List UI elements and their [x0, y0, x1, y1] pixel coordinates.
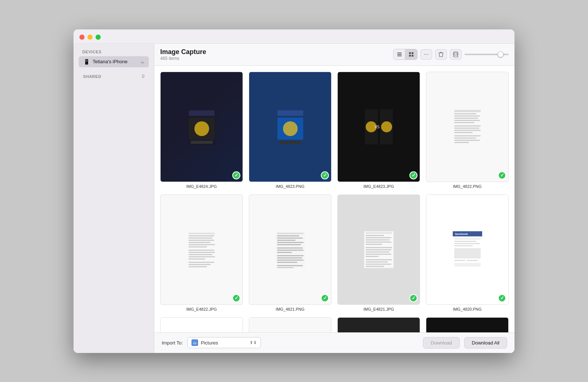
svg-rect-77	[366, 242, 391, 243]
svg-point-12	[194, 121, 209, 136]
svg-rect-42	[189, 235, 214, 236]
svg-rect-5	[409, 55, 411, 57]
image-filename: IMG_E4821.JPG	[363, 307, 394, 311]
sidebar-item-iphone[interactable]: 📱 Tetiana's iPhone ☁	[79, 56, 149, 67]
svg-rect-3	[409, 52, 411, 54]
toolbar-buttons: ···	[393, 49, 509, 60]
svg-rect-36	[454, 135, 481, 136]
image-filename: IMG_4820.PNG	[453, 307, 481, 311]
content-header: Image Capture 465 items	[154, 44, 514, 66]
view-toggle-group	[393, 49, 417, 60]
traffic-lights	[79, 35, 101, 40]
import-folder-select[interactable]: 🗂 Pictures ⬆⬇	[187, 337, 261, 348]
svg-rect-71	[277, 267, 294, 268]
svg-rect-6	[412, 55, 413, 57]
svg-rect-75	[366, 237, 391, 238]
cloud-icon: ☁	[140, 59, 144, 64]
svg-rect-74	[366, 235, 384, 236]
svg-text:VS: VS	[374, 125, 380, 129]
svg-rect-18	[279, 141, 301, 144]
list-item[interactable]: VS ✓ IMG_E4823.JPG	[337, 72, 420, 189]
svg-rect-32	[454, 125, 481, 126]
download-all-button[interactable]: Download All	[464, 337, 507, 349]
svg-rect-73	[366, 232, 392, 234]
main-layout: DEVICES 📱 Tetiana's iPhone ☁ SHARED 0 Im…	[74, 44, 514, 353]
image-thumbnail: facebook	[426, 194, 509, 305]
svg-rect-95	[454, 248, 481, 258]
svg-rect-49	[189, 252, 215, 253]
folder-icon: 🗂	[191, 339, 198, 346]
share-button[interactable]: ···	[420, 49, 432, 60]
zoom-slider[interactable]	[465, 54, 509, 55]
scan-button[interactable]	[450, 49, 462, 60]
svg-rect-35	[454, 132, 473, 133]
svg-rect-69	[277, 262, 297, 263]
list-item[interactable]: ✓ IMG_4823.PNG	[249, 72, 331, 189]
svg-rect-0	[397, 53, 402, 53]
svg-rect-85	[366, 261, 388, 263]
svg-rect-78	[366, 244, 382, 245]
delete-button[interactable]	[435, 49, 447, 60]
grid-view-button[interactable]	[405, 49, 417, 60]
list-item[interactable]: IMG_E4820.JPG	[160, 317, 243, 332]
svg-rect-66	[277, 255, 304, 256]
svg-rect-38	[454, 140, 480, 141]
maximize-button[interactable]	[96, 35, 101, 40]
svg-rect-58	[277, 235, 299, 236]
svg-rect-96	[454, 260, 465, 261]
image-thumbnail	[426, 317, 509, 332]
close-button[interactable]	[79, 35, 85, 40]
svg-rect-8	[454, 53, 457, 55]
svg-rect-64	[277, 250, 304, 251]
zoom-slider-thumb	[498, 51, 503, 57]
shared-count: 0	[142, 74, 144, 79]
list-item[interactable]: ✓ IMG_E4822.JPG	[160, 194, 243, 311]
svg-rect-54	[189, 264, 211, 265]
list-item[interactable]: ✓ IMG_4822.PNG	[426, 72, 509, 189]
svg-rect-91	[454, 238, 481, 240]
svg-rect-98	[454, 263, 481, 267]
svg-rect-61	[277, 242, 304, 243]
minimize-button[interactable]	[87, 35, 93, 40]
image-filename: IMG_E4822.JPG	[186, 307, 217, 311]
list-item[interactable]: ✓ IMG_E4824.JPG	[160, 72, 243, 189]
svg-rect-29	[454, 118, 478, 119]
svg-rect-67	[277, 257, 302, 258]
svg-rect-48	[189, 250, 214, 251]
image-grid-area[interactable]: ✓ IMG_E4824.JPG	[154, 66, 514, 332]
svg-rect-30	[454, 120, 480, 121]
image-grid: ✓ IMG_E4824.JPG	[160, 72, 509, 332]
checked-badge: ✓	[232, 294, 240, 302]
list-item[interactable]: ✓ IMG_4821.PNG	[249, 194, 331, 311]
svg-rect-76	[366, 239, 390, 240]
list-item[interactable]: IMG_4819.PNG	[249, 317, 331, 332]
svg-rect-44	[189, 240, 214, 241]
svg-rect-33	[454, 128, 479, 129]
download-button[interactable]: Download	[423, 337, 460, 349]
svg-rect-84	[366, 259, 392, 260]
svg-rect-93	[454, 243, 480, 244]
svg-rect-86	[366, 264, 391, 265]
import-to-label: Import To:	[162, 340, 183, 346]
svg-rect-68	[277, 260, 304, 261]
svg-rect-34	[454, 130, 481, 131]
svg-rect-1	[397, 54, 402, 55]
list-item[interactable]: ✓ IMG_E4821.JPG	[337, 194, 420, 311]
svg-rect-28	[454, 115, 480, 117]
svg-rect-13	[191, 141, 213, 144]
list-item[interactable]: facebook	[426, 194, 509, 311]
image-thumbnail: ✓	[160, 72, 243, 182]
svg-rect-2	[397, 56, 402, 56]
svg-rect-57	[277, 233, 304, 234]
list-item[interactable]: IMG_E4819.JPG	[337, 317, 420, 332]
svg-rect-59	[277, 238, 303, 239]
image-thumbnail: ✓	[160, 194, 243, 305]
image-filename: IMG_E4824.JPG	[186, 184, 217, 189]
list-view-button[interactable]	[394, 49, 405, 60]
content-area: Image Capture 465 items	[154, 44, 514, 353]
svg-rect-63	[277, 247, 303, 249]
checked-badge: ✓	[232, 171, 240, 179]
checked-badge: ✓	[498, 294, 506, 302]
device-name: Tetiana's iPhone	[93, 59, 140, 64]
list-item[interactable]: IMG_4818.PNG	[426, 317, 509, 332]
